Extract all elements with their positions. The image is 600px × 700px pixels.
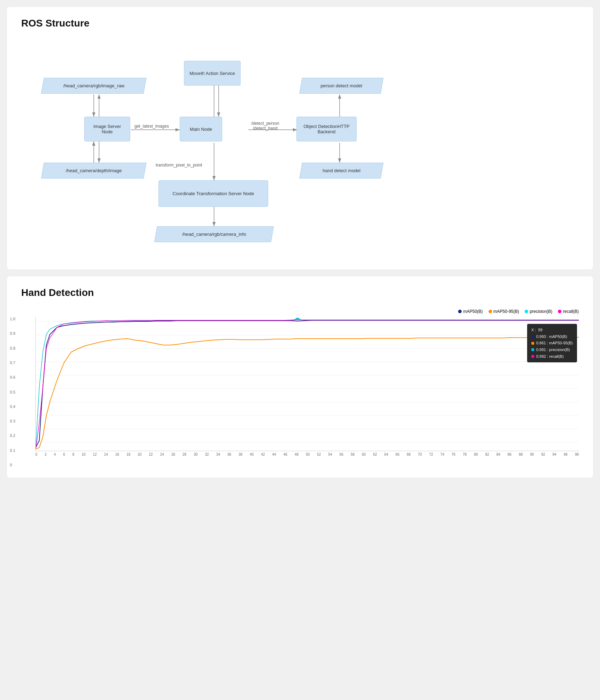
ros-arrows [21,40,579,259]
transform-label: transform_pixel_to_point [156,163,202,168]
legend-map50-95-dot [489,310,492,313]
main-node: Main Node [180,117,222,141]
head-camera-depth-node: /head_camera/depth/image [41,163,146,179]
person-detect-node: person detect model [299,78,383,94]
image-server-node: Image Server Node [84,117,130,141]
legend-recall-label: recall(B) [563,309,579,314]
hand-detection-section: Hand Detection mAP50(B) mAP50-95(B) prec… [7,276,593,478]
hand-detection-title: Hand Detection [21,287,579,298]
tooltip-precision: 0.991 : precision(B) [531,346,573,353]
tooltip-recall: 0.992 : recall(B) [531,353,573,360]
chart-x-labels: 0 2 4 6 8 10 12 14 16 18 20 22 24 26 28 … [35,453,579,456]
tooltip-map50: 0.993 : mAP50(B) [531,333,573,340]
legend-precision-label: precision(B) [530,309,552,314]
moveit-node: MoveIt! Action Service [184,61,241,86]
precision-marker [294,317,301,320]
chart-tooltip: X : 99 0.993 : mAP50(B) 0.861 : mAP50-95… [527,324,577,362]
chart-wrapper: 0 0.1 0.2 0.3 0.4 0.5 0.6 0.7 0.8 0.9 1.… [21,317,579,467]
tooltip-map50-color [531,335,534,338]
legend-precision: precision(B) [525,309,552,314]
legend-recall-dot [558,310,561,313]
ros-structure-section: ROS Structure [7,7,593,269]
legend-map50: mAP50(B) [458,309,483,314]
legend-recall: recall(B) [558,309,579,314]
coord-transform-node: Coordinate Transformation Server Node [158,180,268,207]
get-latest-label: get_latest_images [134,124,169,129]
tooltip-x: X : 99 [531,327,573,333]
tooltip-recall-color [531,355,534,358]
detect-label: /detect_person/detect_hand [251,121,279,131]
tooltip-map50-95: 0.861 : mAP50-95(B) [531,340,573,346]
legend-precision-dot [525,310,528,313]
chart-legend: mAP50(B) mAP50-95(B) precision(B) recall… [21,309,579,314]
tooltip-map50-95-color [531,342,534,345]
legend-map50-label: mAP50(B) [463,309,483,314]
ros-diagram: MoveIt! Action Service /head_camera/rgb/… [21,40,579,259]
chart-area: X : 99 0.993 : mAP50(B) 0.861 : mAP50-95… [35,317,579,451]
chart-svg [36,317,579,451]
ros-title: ROS Structure [21,18,579,29]
tooltip-precision-color [531,348,534,351]
head-camera-info-node: /head_camera/rgb/camera_info [154,226,274,242]
object-detection-node: Object DetectionHTTP Backend [296,117,357,141]
map50-95-line [36,337,579,449]
chart-y-labels: 0 0.1 0.2 0.3 0.4 0.5 0.6 0.7 0.8 0.9 1.… [10,317,15,467]
legend-map50-95-label: mAP50-95(B) [494,309,519,314]
hand-detect-node: hand detect model [299,163,383,179]
legend-map50-95: mAP50-95(B) [489,309,519,314]
legend-map50-dot [458,310,462,313]
head-camera-rgb-node: /head_camera/rgb/image_raw [41,78,146,94]
